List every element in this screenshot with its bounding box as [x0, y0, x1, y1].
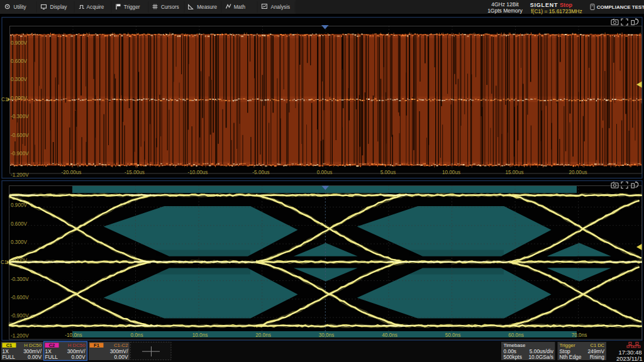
- svg-text:500kpts: 500kpts: [504, 354, 522, 360]
- svg-text:-1.200V: -1.200V: [11, 172, 29, 178]
- svg-text:-1.200V: -1.200V: [11, 333, 29, 339]
- svg-text:50.0ns: 50.0ns: [445, 332, 461, 338]
- svg-text:20.0ns: 20.0ns: [255, 332, 271, 338]
- svg-text:0.00V: 0.00V: [28, 354, 42, 360]
- svg-text:70.0ns: 70.0ns: [572, 332, 587, 338]
- svg-text:-0.300V: -0.300V: [11, 277, 29, 282]
- svg-text:Math: Math: [234, 4, 246, 10]
- svg-text:60.0ns: 60.0ns: [508, 332, 524, 338]
- svg-text:Cursors: Cursors: [161, 4, 179, 10]
- svg-text:-5.00us: -5.00us: [252, 170, 269, 175]
- svg-text:0.300V: 0.300V: [11, 77, 27, 82]
- svg-text:Analysis: Analysis: [271, 4, 291, 10]
- svg-text:H DC50: H DC50: [68, 343, 86, 348]
- svg-text:F1: F1: [94, 343, 99, 348]
- svg-text:C1 DC: C1 DC: [590, 343, 604, 348]
- svg-text:Trigger: Trigger: [124, 4, 140, 10]
- svg-text:15.00us: 15.00us: [505, 170, 523, 175]
- svg-text:Timebase: Timebase: [504, 343, 526, 348]
- svg-text:0.00V: 0.00V: [114, 354, 128, 360]
- svg-text:2023/11/1: 2023/11/1: [616, 355, 643, 362]
- svg-text:-10.00us: -10.00us: [188, 170, 208, 175]
- svg-text:0.300V: 0.300V: [11, 239, 27, 245]
- svg-text:Stop: Stop: [560, 2, 572, 8]
- svg-text:Acquire: Acquire: [87, 4, 104, 10]
- svg-text:FULL: FULL: [3, 354, 16, 360]
- svg-text:Measure: Measure: [197, 4, 217, 10]
- svg-text:1Gpts Memory: 1Gpts Memory: [487, 8, 523, 14]
- svg-text:0.600V: 0.600V: [11, 58, 27, 64]
- svg-text:Nth Edge: Nth Edge: [560, 354, 582, 360]
- svg-text:C1: C1: [6, 343, 13, 348]
- svg-text:-15.00us: -15.00us: [125, 170, 145, 175]
- svg-text:10.00us: 10.00us: [442, 170, 460, 175]
- svg-text:300mV/: 300mV/: [67, 348, 86, 354]
- svg-text:0.00V: 0.00V: [72, 354, 86, 360]
- svg-text:-0.600V: -0.600V: [11, 133, 29, 138]
- svg-text:10.0GSa/s: 10.0GSa/s: [528, 354, 553, 360]
- svg-text:249mV: 249mV: [587, 348, 604, 354]
- svg-text:0.0ns: 0.0ns: [130, 332, 143, 338]
- svg-text:-0.600V: -0.600V: [11, 295, 29, 300]
- svg-text:C1-C2: C1-C2: [114, 343, 128, 348]
- svg-text:300mV/: 300mV/: [23, 348, 42, 354]
- svg-text:1X: 1X: [3, 348, 9, 354]
- svg-text:10.0ns: 10.0ns: [192, 332, 208, 338]
- svg-text:Trigger: Trigger: [560, 343, 575, 348]
- svg-text:300mV/: 300mV/: [110, 348, 129, 354]
- svg-text:-0.900V: -0.900V: [11, 151, 29, 156]
- svg-text:-10.0ns: -10.0ns: [65, 332, 82, 338]
- svg-text:Stop: Stop: [560, 348, 571, 354]
- svg-text:-0.300V: -0.300V: [11, 114, 29, 119]
- svg-text:30.0ns: 30.0ns: [319, 332, 335, 338]
- svg-text:Display: Display: [50, 4, 68, 10]
- svg-text:C2: C2: [49, 343, 55, 348]
- svg-text:0.000V: 0.000V: [11, 96, 27, 101]
- svg-text:1X: 1X: [45, 348, 52, 354]
- svg-text:0.600V: 0.600V: [11, 221, 27, 227]
- svg-text:5.00us/div: 5.00us/div: [530, 348, 554, 354]
- svg-text:Utility: Utility: [14, 4, 27, 10]
- svg-text:40.0ns: 40.0ns: [382, 332, 397, 338]
- svg-text:5.00us: 5.00us: [380, 170, 396, 175]
- svg-text:H DC50: H DC50: [24, 343, 42, 348]
- svg-text:f(C1) = 15.61723MHz: f(C1) = 15.61723MHz: [531, 8, 582, 14]
- svg-text:SIGLENT: SIGLENT: [530, 2, 558, 8]
- svg-text:FULL: FULL: [45, 354, 58, 360]
- svg-text:20.00us: 20.00us: [569, 170, 587, 175]
- svg-text:4GHz 12Bit: 4GHz 12Bit: [491, 1, 519, 8]
- svg-text:Rising: Rising: [590, 354, 605, 360]
- svg-text:0.00s: 0.00s: [504, 348, 517, 354]
- svg-text:0.900V: 0.900V: [11, 40, 27, 46]
- svg-text:-20.00us: -20.00us: [62, 170, 82, 175]
- svg-text:0.00us: 0.00us: [317, 170, 333, 175]
- svg-text:C1: C1: [1, 260, 8, 265]
- svg-text:C1: C1: [1, 97, 8, 102]
- svg-text:COMPLIANCE TEST: COMPLIANCE TEST: [597, 4, 644, 10]
